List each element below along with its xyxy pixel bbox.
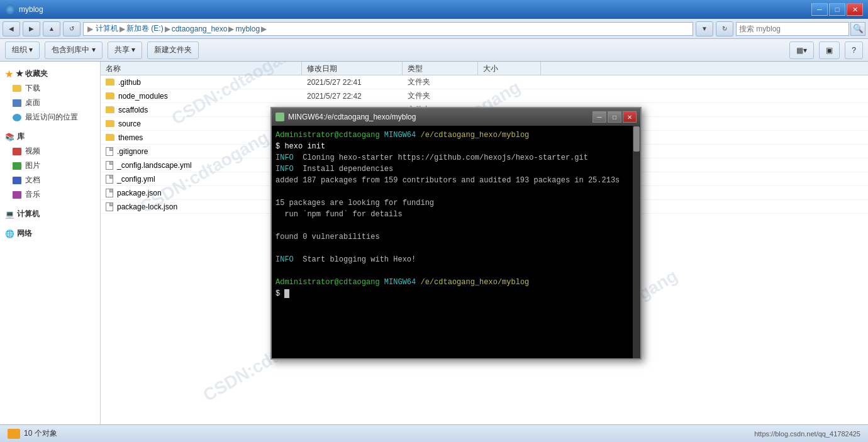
folder-icon <box>106 120 114 127</box>
folder-icon <box>106 106 114 113</box>
terminal-window: MINGW64:/e/cdtaogang_hexo/myblog ─ □ ✕ A… <box>270 107 642 360</box>
terminal-line <box>275 265 637 277</box>
sidebar-item-desktop[interactable]: 桌面 <box>0 96 100 110</box>
docs-icon <box>13 177 21 184</box>
terminal-line <box>275 186 637 197</box>
back-button[interactable]: ◀ <box>3 21 20 36</box>
terminal-titlebar: MINGW64:/e/cdtaogang_hexo/myblog ─ □ ✕ <box>272 108 640 126</box>
help-button[interactable]: ? <box>845 41 863 59</box>
file-name: .gitignore <box>117 147 148 156</box>
terminal-minimize-button[interactable]: ─ <box>593 111 606 123</box>
title-bar: myblog ─ □ ✕ <box>0 0 868 19</box>
sidebar-item-recent[interactable]: 最近访问的位置 <box>0 110 100 124</box>
new-folder-button[interactable]: 新建文件夹 <box>147 41 199 59</box>
forward-button[interactable]: ▶ <box>23 21 40 36</box>
sidebar-item-music[interactable]: 音乐 <box>0 187 100 202</box>
add-to-library-button[interactable]: 包含到库中 ▾ <box>45 41 102 59</box>
organize-button[interactable]: 组织 ▾ <box>5 41 40 59</box>
status-url: https://blog.csdn.net/qq_41782425 <box>754 430 860 438</box>
path-hexo: cdtaogang_hexo <box>172 25 228 33</box>
file-icon <box>106 161 113 170</box>
col-header-size[interactable]: 大小 <box>478 62 541 75</box>
file-name: .github <box>118 78 141 87</box>
folder-icon <box>13 85 21 92</box>
library-header[interactable]: 📚 库 <box>0 130 100 144</box>
image-icon <box>13 162 21 170</box>
terminal-line: INFO Start blogging with Hexo! <box>275 254 637 265</box>
sidebar-item-images[interactable]: 图片 <box>0 158 100 173</box>
col-header-name[interactable]: 名称 <box>101 62 302 75</box>
terminal-scrollbar-thumb <box>633 126 640 152</box>
address-path[interactable]: ▶ 计算机 ▶ 新加卷 (E:) ▶ cdtaogang_hexo ▶ mybl… <box>83 22 693 36</box>
window-controls: ─ □ ✕ <box>811 3 863 16</box>
library-icon: 📚 <box>5 133 14 141</box>
address-bar: ◀ ▶ ▲ ↺ ▶ 计算机 ▶ 新加卷 (E:) ▶ cdtaogang_hex… <box>0 19 868 39</box>
window-title: myblog <box>19 5 43 14</box>
computer-header[interactable]: 💻 计算机 <box>0 207 100 221</box>
file-row[interactable]: node_modules 2021/5/27 22:42 文件夹 <box>101 89 868 103</box>
terminal-scrollbar[interactable] <box>633 126 640 358</box>
status-count: 10 个对象 <box>24 428 57 439</box>
close-button[interactable]: ✕ <box>847 3 863 16</box>
network-label: 网络 <box>17 228 32 239</box>
col-header-date[interactable]: 修改日期 <box>302 62 403 75</box>
favorites-section: ★ ★ 收藏夹 下载 桌面 最近访问的位置 <box>0 67 100 124</box>
up-button[interactable]: ▲ <box>43 21 60 36</box>
terminal-body[interactable]: Administrator@cdtaogang MINGW64 /e/cdtao… <box>272 126 640 358</box>
sidebar-item-download[interactable]: 下载 <box>0 81 100 96</box>
path-expand-button[interactable]: ▼ <box>696 21 713 36</box>
file-name: source <box>118 119 141 128</box>
computer-label: 计算机 <box>17 209 40 219</box>
sidebar-item-docs[interactable]: 文档 <box>0 173 100 187</box>
terminal-maximize-button[interactable]: □ <box>608 111 621 123</box>
network-header[interactable]: 🌐 网络 <box>0 226 100 241</box>
computer-icon: 💻 <box>5 210 14 219</box>
folder-icon <box>106 79 114 86</box>
terminal-line: run `npm fund` for details <box>275 209 637 220</box>
toolbar: 组织 ▾ 包含到库中 ▾ 共享 ▾ 新建文件夹 ▦▾ ▣ ? <box>0 39 868 62</box>
status-left: 10 个对象 <box>8 428 57 439</box>
network-section: 🌐 网络 <box>0 226 100 241</box>
file-row[interactable]: .github 2021/5/27 22:41 文件夹 <box>101 75 868 89</box>
col-header-type[interactable]: 类型 <box>403 62 478 75</box>
terminal-line: Administrator@cdtaogang MINGW64 /e/cdtao… <box>275 277 637 288</box>
terminal-close-button[interactable]: ✕ <box>623 111 637 123</box>
path-refresh-button[interactable]: ↻ <box>716 21 733 36</box>
refresh-button[interactable]: ↺ <box>63 21 81 36</box>
file-name: _config.landscape.yml <box>117 161 192 170</box>
file-icon <box>106 202 113 211</box>
file-list-header: 名称 修改日期 类型 大小 <box>101 62 868 75</box>
terminal-line: INFO Install dependencies <box>275 163 637 175</box>
terminal-controls: ─ □ ✕ <box>593 111 637 123</box>
file-date: 2021/5/27 22:42 <box>302 92 403 101</box>
search-button[interactable]: 🔍 <box>850 22 865 36</box>
music-icon <box>13 191 21 199</box>
folder-icon <box>106 92 114 99</box>
sidebar-item-label: 下载 <box>25 83 40 94</box>
share-button[interactable]: 共享 ▾ <box>108 41 142 59</box>
terminal-line: 15 packages are looking for funding <box>275 197 637 209</box>
terminal-cursor-line: $ <box>275 288 637 299</box>
maximize-button[interactable]: □ <box>829 3 845 16</box>
minimize-button[interactable]: ─ <box>811 3 828 16</box>
path-drive: 新加卷 (E:) <box>126 23 164 34</box>
sidebar-item-label: 文档 <box>25 175 40 185</box>
path-computer: 计算机 <box>96 23 118 34</box>
favorites-header[interactable]: ★ ★ 收藏夹 <box>0 67 100 81</box>
library-section: 📚 库 视频 图片 文档 音乐 <box>0 130 100 202</box>
path-myblog: myblog <box>235 25 260 33</box>
terminal-title: MINGW64:/e/cdtaogang_hexo/myblog <box>275 113 416 121</box>
library-label: 库 <box>17 131 25 142</box>
terminal-app-icon <box>275 113 284 121</box>
view-button[interactable]: ▦▾ <box>789 41 814 59</box>
terminal-line: Administrator@cdtaogang MINGW64 /e/cdtao… <box>275 130 637 141</box>
file-name: scaffolds <box>118 106 148 114</box>
file-icon <box>106 147 113 156</box>
sidebar-item-video[interactable]: 视频 <box>0 144 100 158</box>
search-input[interactable] <box>736 22 849 36</box>
file-name: package.json <box>117 189 162 197</box>
favorites-label: ★ 收藏夹 <box>16 69 48 79</box>
terminal-title-text: MINGW64:/e/cdtaogang_hexo/myblog <box>288 113 416 121</box>
file-type: 文件夹 <box>403 77 478 87</box>
preview-button[interactable]: ▣ <box>819 41 840 59</box>
